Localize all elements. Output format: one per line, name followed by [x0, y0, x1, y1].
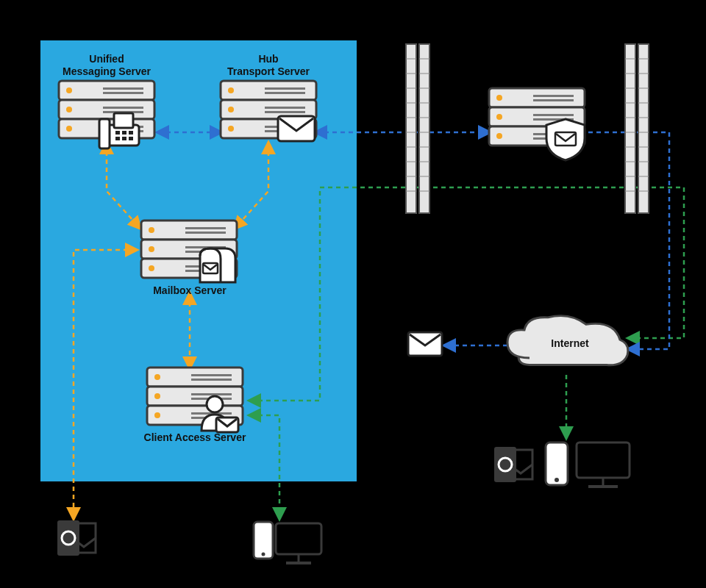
svg-rect-117 [555, 132, 576, 146]
svg-point-96 [154, 412, 160, 418]
svg-rect-91 [147, 368, 243, 387]
svg-rect-1 [419, 44, 429, 213]
svg-rect-0 [406, 44, 416, 213]
svg-point-131 [555, 478, 559, 482]
svg-point-49 [66, 126, 72, 132]
fax-icon [99, 113, 139, 148]
svg-point-47 [66, 87, 72, 93]
svg-rect-105 [489, 88, 585, 107]
unified-messaging-server [59, 81, 154, 148]
svg-rect-50 [103, 87, 143, 90]
shield-envelope-icon [546, 119, 585, 160]
svg-point-81 [149, 227, 154, 233]
svg-rect-84 [185, 227, 226, 229]
svg-point-109 [496, 114, 502, 120]
svg-rect-99 [191, 393, 232, 395]
svg-rect-59 [115, 131, 120, 135]
external-clients-icon [494, 442, 630, 487]
external-envelope-icon [408, 332, 442, 356]
svg-point-110 [496, 133, 502, 139]
unified-messaging-label-2: Messaging Server [63, 65, 151, 77]
unified-messaging-label-1: Unified [89, 53, 124, 65]
internal-outlook-icon [57, 520, 96, 556]
svg-point-83 [149, 265, 154, 271]
svg-point-70 [228, 126, 234, 132]
svg-rect-74 [265, 111, 305, 113]
svg-point-48 [66, 107, 72, 112]
svg-rect-112 [533, 99, 574, 101]
svg-rect-61 [129, 131, 133, 135]
client-access-label: Client Access Server [144, 431, 246, 443]
svg-rect-58 [114, 113, 133, 128]
svg-rect-64 [129, 137, 133, 140]
internet-cloud: Internet [507, 316, 628, 365]
mailbox-icon [200, 248, 235, 282]
svg-rect-62 [115, 137, 120, 140]
svg-point-126 [262, 553, 265, 556]
edge-transport-server [489, 88, 585, 160]
svg-rect-113 [533, 114, 574, 116]
svg-rect-22 [625, 44, 635, 213]
svg-rect-23 [638, 44, 649, 213]
svg-rect-132 [577, 442, 630, 478]
svg-rect-60 [122, 131, 126, 135]
svg-point-68 [228, 87, 234, 93]
svg-rect-92 [147, 387, 243, 406]
envelope-icon [278, 116, 315, 141]
hub-transport-label-2: Transport Server [227, 65, 310, 77]
internal-devices-icon [254, 522, 321, 563]
mailbox-server [141, 220, 237, 282]
hub-transport-label-1: Hub [258, 53, 278, 65]
svg-point-69 [228, 107, 234, 112]
svg-rect-52 [103, 107, 143, 109]
svg-rect-85 [185, 232, 226, 234]
diagram-canvas: Unified Messaging Server Hub Transport S… [0, 0, 706, 588]
svg-point-82 [149, 246, 154, 252]
svg-point-94 [154, 374, 160, 380]
hub-transport-server [221, 81, 316, 141]
svg-rect-71 [265, 87, 305, 90]
svg-point-103 [207, 396, 223, 412]
svg-rect-122 [276, 523, 321, 554]
svg-rect-44 [59, 81, 154, 100]
svg-rect-77 [278, 116, 315, 141]
svg-rect-73 [265, 107, 305, 109]
svg-rect-97 [191, 374, 232, 376]
svg-rect-45 [59, 100, 154, 119]
svg-rect-65 [221, 81, 316, 100]
svg-rect-51 [103, 92, 143, 94]
svg-rect-63 [122, 137, 126, 140]
svg-rect-78 [141, 220, 237, 240]
svg-rect-72 [265, 92, 305, 94]
mailbox-label: Mailbox Server [153, 284, 227, 296]
svg-point-95 [154, 393, 160, 399]
svg-point-108 [496, 95, 502, 101]
svg-rect-98 [191, 379, 232, 381]
svg-rect-57 [99, 119, 110, 148]
internet-label: Internet [551, 337, 589, 349]
svg-rect-111 [533, 95, 574, 97]
client-access-server [147, 368, 243, 432]
